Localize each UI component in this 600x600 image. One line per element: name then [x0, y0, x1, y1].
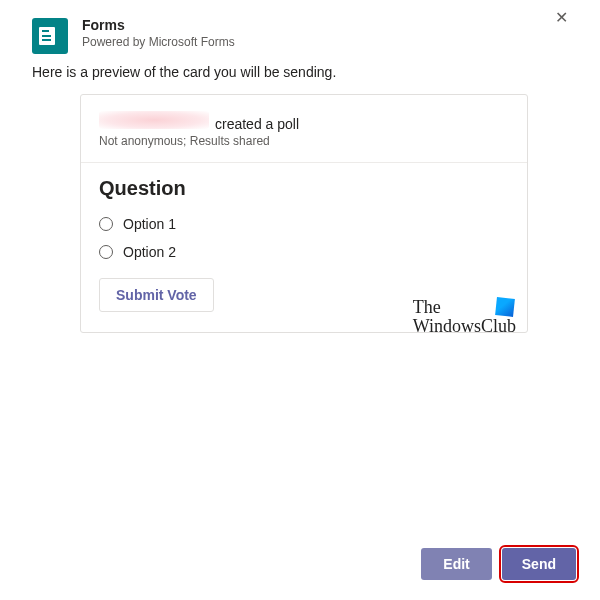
close-icon[interactable]: ✕ — [549, 8, 574, 28]
radio-icon — [99, 217, 113, 231]
poll-option-label: Option 1 — [123, 216, 176, 232]
created-poll-text: created a poll — [215, 116, 299, 132]
poll-option-2[interactable]: Option 2 — [99, 238, 509, 266]
author-name-redacted — [99, 111, 209, 129]
edit-button[interactable]: Edit — [421, 548, 491, 580]
radio-icon — [99, 245, 113, 259]
poll-question: Question — [99, 177, 509, 200]
preview-description: Here is a preview of the card you will b… — [0, 62, 600, 94]
card-divider — [81, 162, 527, 163]
card-author-row: created a poll — [99, 111, 509, 132]
poll-meta-text: Not anonymous; Results shared — [99, 134, 509, 148]
app-subtitle: Powered by Microsoft Forms — [82, 35, 535, 49]
send-button[interactable]: Send — [502, 548, 576, 580]
poll-option-1[interactable]: Option 1 — [99, 210, 509, 238]
header-text-block: Forms Powered by Microsoft Forms — [82, 16, 535, 49]
poll-option-label: Option 2 — [123, 244, 176, 260]
app-title: Forms — [82, 16, 535, 34]
dialog-header: Forms Powered by Microsoft Forms ✕ — [0, 0, 600, 62]
poll-preview-card: created a poll Not anonymous; Results sh… — [80, 94, 528, 333]
submit-vote-button[interactable]: Submit Vote — [99, 278, 214, 312]
dialog-footer: Edit Send — [421, 548, 576, 580]
forms-app-icon — [32, 18, 68, 54]
